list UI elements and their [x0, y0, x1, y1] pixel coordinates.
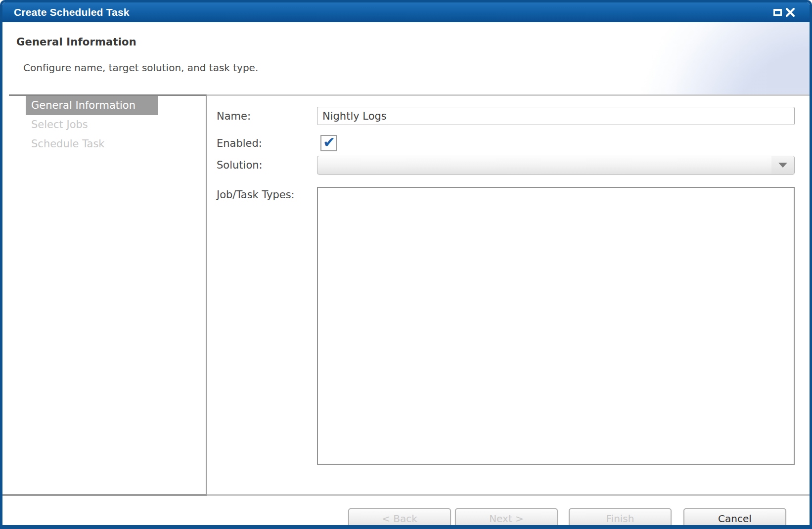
enabled-label: Enabled:	[217, 137, 317, 149]
enabled-row: Enabled: ✔	[217, 135, 795, 151]
solution-dropdown[interactable]	[317, 156, 795, 175]
step-select-jobs: Select Jobs	[26, 115, 158, 134]
name-row: Name:	[217, 107, 795, 125]
solution-dropdown-arrow-button[interactable]	[771, 156, 794, 174]
wizard-footer: < Back Next > Finish Cancel	[2, 496, 810, 525]
close-button[interactable]	[784, 6, 797, 19]
window-title: Create Scheduled Task	[14, 6, 130, 18]
enabled-checkbox[interactable]: ✔	[320, 135, 337, 151]
job-task-types-listbox[interactable]	[317, 187, 795, 465]
next-button[interactable]: Next >	[455, 508, 558, 529]
finish-button[interactable]: Finish	[569, 508, 672, 529]
name-label: Name:	[217, 110, 317, 122]
page-title: General Information	[16, 36, 136, 48]
job-task-types-label: Job/Task Types:	[217, 187, 317, 201]
title-bar: Create Scheduled Task	[2, 2, 810, 22]
name-input[interactable]	[317, 107, 795, 125]
solution-label: Solution:	[217, 159, 317, 171]
steps-list: General Information Select Jobs Schedule…	[2, 96, 206, 154]
back-button[interactable]: < Back	[348, 508, 451, 529]
wizard-header: General Information Configure name, targ…	[2, 22, 810, 94]
step-general-information[interactable]: General Information	[26, 96, 158, 115]
general-information-form: Name: Enabled: ✔ Solution: Job	[207, 94, 810, 494]
close-icon	[786, 8, 795, 17]
wizard-body: General Information Select Jobs Schedule…	[2, 94, 810, 494]
checkmark-icon: ✔	[323, 135, 335, 150]
create-scheduled-task-dialog: Create Scheduled Task General Informatio…	[0, 0, 812, 529]
page-subtitle: Configure name, target solution, and tas…	[23, 62, 258, 74]
step-schedule-task: Schedule Task	[26, 134, 158, 154]
maximize-icon	[773, 9, 782, 16]
maximize-button[interactable]	[771, 6, 784, 19]
cancel-button[interactable]: Cancel	[683, 508, 786, 529]
solution-row: Solution:	[217, 156, 795, 175]
job-task-types-row: Job/Task Types:	[217, 187, 795, 465]
wizard-steps-sidebar: General Information Select Jobs Schedule…	[2, 94, 206, 494]
chevron-down-icon	[778, 163, 787, 168]
